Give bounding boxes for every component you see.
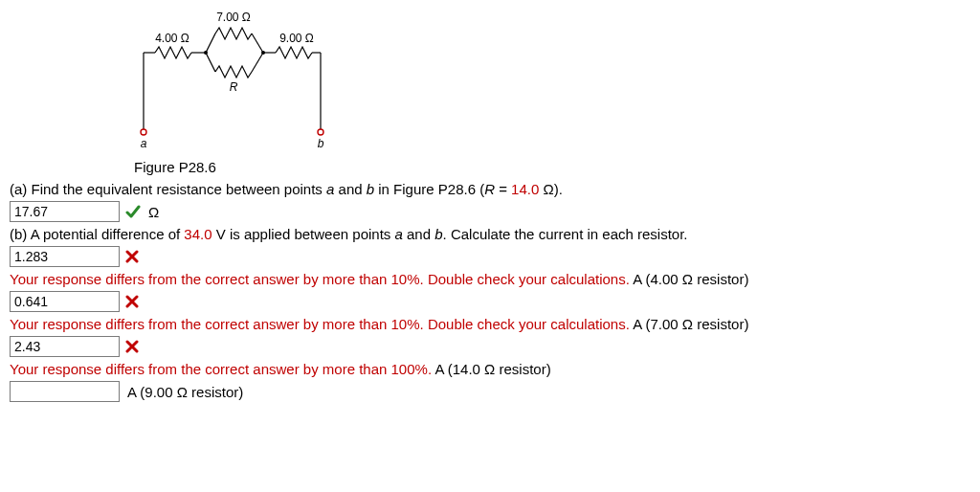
part-a-input[interactable] <box>10 201 120 222</box>
r-bottom-label: R <box>230 80 238 94</box>
svg-point-10 <box>141 129 146 135</box>
part-a-R-unit: Ω). <box>539 181 563 197</box>
svg-line-5 <box>252 34 263 53</box>
svg-point-13 <box>261 51 265 55</box>
part-b-feedback-2: Your response differs from the correct a… <box>10 316 970 332</box>
part-b-input-3[interactable] <box>10 336 120 357</box>
svg-point-12 <box>204 51 208 55</box>
check-icon <box>125 204 141 219</box>
part-b-text-1: (b) A potential difference of <box>10 226 184 242</box>
x-icon <box>125 340 139 353</box>
part-b-prompt: (b) A potential difference of 34.0 V is … <box>10 226 970 242</box>
node-b-label: b <box>318 137 324 150</box>
hint4-text: A (9.00 Ω resistor) <box>127 384 243 400</box>
part-a-unit: Ω <box>148 204 159 220</box>
part-b-feedback-1: Your response differs from the correct a… <box>10 271 970 287</box>
figure-caption: Figure P28.6 <box>134 159 970 175</box>
svg-point-11 <box>318 129 323 135</box>
feedback3-text: Your response differs from the correct a… <box>10 361 432 377</box>
part-b-input-4[interactable] <box>10 381 120 402</box>
part-a-and: and <box>334 181 366 197</box>
part-a-R-value: 14.0 <box>511 181 539 197</box>
part-b-input-2[interactable] <box>10 291 120 312</box>
part-a-b: b <box>367 181 374 197</box>
r-top-label: 7.00 Ω <box>216 11 251 24</box>
part-b-text-3: . Calculate the current in each resistor… <box>443 226 688 242</box>
part-b-V-value: 34.0 <box>184 226 212 242</box>
part-a-eq: = <box>495 181 511 197</box>
part-b-text-2: V is applied between points <box>212 226 395 242</box>
r-left-label: 4.00 Ω <box>155 32 189 45</box>
part-a-text-1: (a) Find the equivalent resistance betwe… <box>10 181 326 197</box>
part-b-answer1-row <box>10 246 970 267</box>
r-right-label: 9.00 Ω <box>279 32 314 45</box>
hint3-text: A (14.0 Ω resistor) <box>432 361 551 377</box>
hint1-text: A (4.00 Ω resistor) <box>630 271 749 287</box>
svg-line-6 <box>206 53 215 72</box>
part-a-R: R <box>484 181 495 197</box>
circuit-figure: 7.00 Ω 4.00 Ω 9.00 Ω R a b <box>134 10 970 153</box>
feedback2-text: Your response differs from the correct a… <box>10 316 630 332</box>
part-b-answer3-row <box>10 336 970 357</box>
svg-line-4 <box>206 34 215 53</box>
feedback1-text: Your response differs from the correct a… <box>10 271 630 287</box>
part-b-answer2-row <box>10 291 970 312</box>
part-b-feedback-3: Your response differs from the correct a… <box>10 361 970 377</box>
part-b-answer4-row: A (9.00 Ω resistor) <box>10 381 970 402</box>
part-a-prompt: (a) Find the equivalent resistance betwe… <box>10 181 970 197</box>
x-icon <box>125 250 139 263</box>
part-a-answer-row: Ω <box>10 201 970 222</box>
part-b-and: and <box>403 226 434 242</box>
svg-line-7 <box>252 53 263 72</box>
part-b-b: b <box>434 226 442 242</box>
x-icon <box>125 295 139 308</box>
circuit-svg: 7.00 Ω 4.00 Ω 9.00 Ω R a b <box>134 10 345 153</box>
part-b-a: a <box>395 226 403 242</box>
part-b-input-1[interactable] <box>10 246 120 267</box>
node-a-label: a <box>141 137 147 150</box>
part-a-text-2: in Figure P28.6 ( <box>374 181 484 197</box>
hint2-text: A (7.00 Ω resistor) <box>630 316 749 332</box>
